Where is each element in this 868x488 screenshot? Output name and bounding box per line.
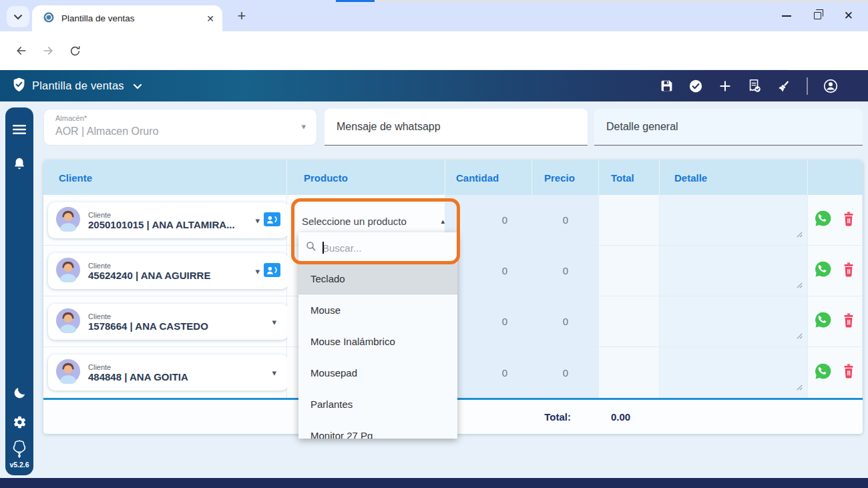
price-cell[interactable]: 0 (532, 246, 599, 296)
general-detail-field[interactable]: Detalle general (594, 109, 863, 146)
detail-cell[interactable] (660, 246, 808, 296)
notifications-bell-button[interactable] (11, 156, 28, 173)
product-select-trigger[interactable]: Seleccione un producto ▴ (302, 210, 445, 232)
dropdown-option[interactable]: Mouse (298, 294, 457, 326)
dropdown-option[interactable]: Teclado (298, 263, 457, 294)
quantity-cell[interactable]: 0 (445, 195, 532, 245)
resize-handle[interactable] (796, 229, 803, 241)
delete-trash-button[interactable] (841, 312, 856, 331)
price-cell[interactable]: 0 (532, 296, 599, 346)
back-button[interactable] (11, 40, 32, 61)
total-value: 0.00 (592, 411, 649, 423)
quantity-cell[interactable]: 0 (445, 246, 532, 296)
settings-gear-button[interactable] (11, 413, 28, 431)
receipt-check-button[interactable] (746, 78, 763, 94)
dropdown-option[interactable]: Monitor 27 Pg (298, 420, 457, 439)
client-select[interactable]: Cliente 45624240 | ANA AGUIRRE ▾ (48, 253, 288, 289)
bottom-bar (0, 478, 868, 488)
warehouse-select[interactable]: Almacén* AOR | Almacen Oruro ▾ (43, 109, 317, 146)
add-button[interactable] (717, 78, 733, 94)
side-navigation: v5.2.6 (5, 107, 33, 475)
toolbar-divider (807, 77, 808, 95)
account-button[interactable] (823, 78, 839, 94)
window-restore-button[interactable] (814, 12, 821, 19)
client-label: Cliente (88, 312, 266, 320)
client-label: Cliente (88, 262, 250, 270)
chevron-down-icon (13, 11, 23, 23)
total-cell (599, 296, 660, 346)
shield-check-icon (12, 77, 26, 95)
whatsapp-button[interactable] (814, 260, 832, 281)
menu-hamburger-button[interactable] (11, 121, 28, 138)
whatsapp-message-label: Mensaje de whatsapp (337, 121, 441, 133)
window-minimize-button[interactable] (782, 15, 791, 17)
tab-search-button[interactable] (7, 6, 29, 27)
client-name: 1578664 | ANA CASTEDO (88, 320, 266, 332)
dropdown-search-row[interactable] (298, 232, 457, 263)
client-select[interactable]: Cliente 1578664 | ANA CASTEDO ▾ (48, 304, 288, 340)
contact-card-button[interactable] (264, 212, 280, 229)
header-cantidad: Cantidad (445, 160, 532, 195)
total-cell (599, 195, 660, 245)
window-close-button[interactable]: ✕ (844, 10, 853, 21)
total-cell (599, 246, 660, 296)
detail-cell[interactable] (660, 195, 808, 245)
browser-toolbar: ☆ (0, 31, 868, 70)
client-label: Cliente (88, 211, 250, 219)
caret-down-icon: ▾ (301, 121, 306, 132)
detail-cell[interactable] (660, 296, 808, 346)
contact-card-button[interactable] (264, 263, 280, 280)
product-search-input[interactable] (322, 242, 451, 254)
clean-brush-button[interactable] (776, 78, 792, 94)
total-cell (599, 347, 660, 398)
tab-title: Plantilla de ventas (61, 13, 201, 23)
new-tab-button[interactable]: + (232, 6, 252, 26)
header-detalle: Detalle (660, 160, 808, 195)
header-producto: Producto (287, 160, 445, 195)
confirm-check-button[interactable] (688, 78, 704, 94)
general-detail-label: Detalle general (606, 121, 678, 133)
screen: Plantilla de ventas ✕ + ✕ ☆ (0, 0, 868, 488)
delete-trash-button[interactable] (841, 262, 856, 280)
header-total: Total (599, 160, 660, 195)
total-label: Total: (504, 411, 571, 423)
product-dropdown-panel: Teclado Mouse Mouse Inalámbrico Mousepad… (298, 232, 457, 439)
whatsapp-button[interactable] (814, 311, 832, 332)
detail-cell[interactable] (660, 347, 808, 398)
quantity-cell[interactable]: 0 (445, 347, 532, 398)
caret-down-icon[interactable]: ▾ (255, 216, 260, 226)
price-cell[interactable]: 0 (532, 347, 599, 398)
resize-handle[interactable] (796, 330, 803, 342)
price-cell[interactable]: 0 (532, 195, 599, 245)
header-precio: Precio (532, 160, 599, 195)
whatsapp-message-field[interactable]: Mensaje de whatsapp (324, 109, 588, 146)
top-strip-gray-segment (375, 0, 868, 2)
dropdown-option[interactable]: Mouse Inalámbrico (298, 326, 457, 357)
quantity-cell[interactable]: 0 (445, 296, 532, 346)
tab-close-icon[interactable]: ✕ (206, 13, 214, 24)
caret-down-icon[interactable]: ▾ (272, 368, 276, 378)
dropdown-option[interactable]: Parlantes (298, 389, 457, 420)
table-header-row: Cliente Producto Cantidad Precio Total D… (43, 160, 863, 195)
client-select[interactable]: Cliente 2050101015 | ANA ALTAMIRA... ▾ (48, 202, 288, 238)
resize-handle[interactable] (796, 382, 803, 394)
title-chevron-icon[interactable] (133, 80, 142, 92)
save-button[interactable] (658, 78, 674, 94)
warehouse-value: AOR | Almacen Oruro (55, 126, 158, 138)
dark-mode-moon-button[interactable] (11, 384, 28, 401)
client-select[interactable]: Cliente 484848 | ANA GOITIA ▾ (48, 354, 288, 391)
dropdown-option[interactable]: Mousepad (298, 357, 457, 389)
avatar (55, 308, 81, 336)
forward-button[interactable] (37, 40, 59, 61)
delete-trash-button[interactable] (841, 211, 856, 230)
delete-trash-button[interactable] (841, 363, 856, 382)
browser-tab[interactable]: Plantilla de ventas ✕ (32, 5, 222, 31)
resize-handle[interactable] (796, 280, 803, 292)
whatsapp-button[interactable] (814, 362, 832, 383)
reload-button[interactable] (64, 40, 85, 61)
app-bar: Plantilla de ventas (0, 70, 868, 101)
caret-down-icon[interactable]: ▾ (255, 266, 260, 276)
caret-down-icon[interactable]: ▾ (272, 317, 276, 327)
whatsapp-button[interactable] (814, 210, 832, 230)
product-select-label: Seleccione un producto (302, 216, 407, 227)
